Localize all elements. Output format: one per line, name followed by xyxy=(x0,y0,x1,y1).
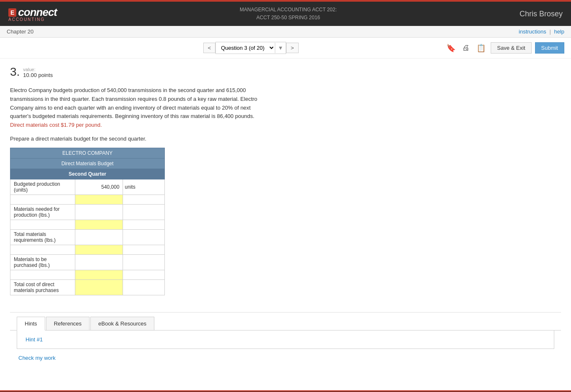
budget-table-wrap: ELECTRO COMPANY Direct Materials Budget … xyxy=(10,148,561,295)
logo-area: E connect ACCOUNTING xyxy=(8,6,57,22)
question-content: 3. value: 10.00 points Electro Company b… xyxy=(0,59,571,374)
row-value xyxy=(75,204,123,220)
problem-paragraph: Electro Company budgets production of 54… xyxy=(10,87,257,119)
question-selector[interactable]: Question 3 (of 20) ▼ xyxy=(215,42,286,54)
table-row[interactable] xyxy=(10,270,165,279)
table-row[interactable] xyxy=(10,220,165,229)
row-unit: units xyxy=(123,179,165,195)
row-value xyxy=(75,254,123,270)
help-link[interactable]: help xyxy=(554,28,564,35)
table-row: Materials needed for production (lbs.) xyxy=(10,204,165,220)
user-name: Chris Brosey xyxy=(520,10,563,18)
input-field[interactable] xyxy=(77,271,121,279)
print-icon[interactable]: 🖨 xyxy=(461,43,471,53)
check-my-work-link[interactable]: Check my work xyxy=(18,355,553,361)
table-row: Budgeted production (units) 540,000 unit… xyxy=(10,179,165,195)
next-question-button[interactable]: > xyxy=(286,43,299,53)
question-body: Electro Company budgets production of 54… xyxy=(10,86,261,130)
row-unit xyxy=(123,254,165,270)
total-input-cell[interactable] xyxy=(75,279,123,295)
input-field[interactable] xyxy=(125,196,163,203)
input-field[interactable] xyxy=(77,196,121,203)
toolbar-right: 🔖 🖨 📋 Save & Exit Submit xyxy=(445,42,564,54)
footer: ©2016 McGraw-Hill Education. All rights … xyxy=(0,390,571,392)
question-number: 3. xyxy=(10,65,20,79)
table-row[interactable] xyxy=(10,195,165,204)
table-title2: Direct Materials Budget xyxy=(10,158,165,169)
table-row: Materials to be purchased (lbs.) xyxy=(10,254,165,270)
bookmark-icon[interactable]: 🔖 xyxy=(445,43,457,54)
submit-button[interactable]: Submit xyxy=(535,42,564,54)
question-dropdown[interactable]: Question 3 (of 20) xyxy=(216,42,275,54)
row-unit xyxy=(123,279,165,295)
row-unit xyxy=(123,204,165,220)
row-label: Materials needed for production (lbs.) xyxy=(10,204,75,220)
tab-ebook[interactable]: eBook & Resources xyxy=(90,317,154,330)
save-exit-button[interactable]: Save & Exit xyxy=(491,42,531,54)
sub-header: Chapter 20 instructions | help xyxy=(0,26,571,38)
table-title1: ELECTRO COMPANY xyxy=(10,148,165,158)
table-row[interactable] xyxy=(10,245,165,254)
input-field[interactable] xyxy=(12,196,73,203)
row-label: Total cost of direct materials purchases xyxy=(10,279,75,295)
instructions-link[interactable]: instructions xyxy=(519,28,546,35)
notes-icon[interactable]: 📋 xyxy=(475,43,487,54)
row-label: Budgeted production (units) xyxy=(10,179,75,195)
points-value: 10.00 points xyxy=(23,72,53,78)
hint1-link[interactable]: Hint #1 xyxy=(26,336,43,343)
logo-icon: E xyxy=(8,8,16,17)
table-row: Total materials requirements (lbs.) xyxy=(10,229,165,245)
row-label: Total materials requirements (lbs.) xyxy=(10,229,75,245)
prev-question-button[interactable]: < xyxy=(203,43,216,53)
red-text: Direct materials cost $1.79 per pound. xyxy=(10,122,102,128)
logo-sub: ACCOUNTING xyxy=(8,17,45,22)
nav-controls: < Question 3 (of 20) ▼ > xyxy=(203,42,299,54)
row-value xyxy=(75,229,123,245)
value-label: value: xyxy=(23,67,53,72)
tabs-section: Hints References eBook & Resources Hint … xyxy=(10,312,561,349)
chapter-title: Chapter 20 xyxy=(7,28,33,35)
input-field[interactable] xyxy=(12,246,73,254)
row-label: Materials to be purchased (lbs.) xyxy=(10,254,75,270)
input-field[interactable] xyxy=(12,271,73,279)
input-field[interactable] xyxy=(77,246,121,254)
course-title: MANAGERCIAL ACCOUNTING ACCT 202: ACCT 25… xyxy=(240,6,337,22)
input-field[interactable] xyxy=(125,271,163,279)
question-meta: value: 10.00 points xyxy=(23,67,53,78)
budget-table: ELECTRO COMPANY Direct Materials Budget … xyxy=(10,148,165,295)
tabs-bar: Hints References eBook & Resources xyxy=(10,317,561,331)
header-links: instructions | help xyxy=(519,28,564,35)
row-value: 540,000 xyxy=(75,179,123,195)
input-field[interactable] xyxy=(12,221,73,228)
tab-content-hints: Hint #1 xyxy=(17,331,554,349)
input-field[interactable] xyxy=(125,246,163,254)
table-row: Total cost of direct materials purchases xyxy=(10,279,165,295)
row-unit xyxy=(123,229,165,245)
tab-references[interactable]: References xyxy=(46,317,90,330)
input-field[interactable] xyxy=(125,221,163,228)
main-header: E connect ACCOUNTING MANAGERCIAL ACCOUNT… xyxy=(0,0,571,26)
prepare-text: Prepare a direct materials budget for th… xyxy=(10,136,561,142)
total-input[interactable] xyxy=(79,284,120,291)
table-title3: Second Quarter xyxy=(10,169,165,179)
input-field[interactable] xyxy=(77,221,121,228)
toolbar: < Question 3 (of 20) ▼ > 🔖 🖨 📋 Save & Ex… xyxy=(0,38,571,59)
tab-hints[interactable]: Hints xyxy=(17,317,45,331)
dropdown-arrow-icon: ▼ xyxy=(275,43,286,53)
